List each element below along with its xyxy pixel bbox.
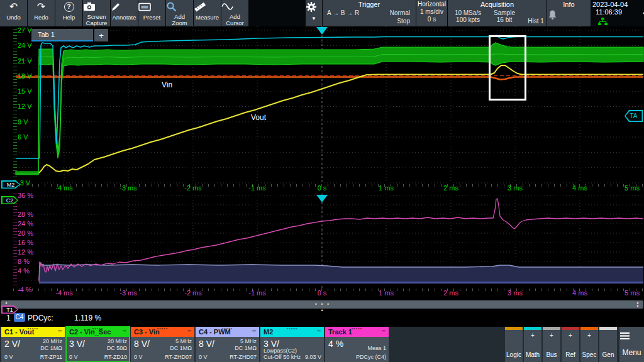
plus-icon: + <box>562 332 579 339</box>
redo-button[interactable]: ↷Redo <box>28 0 55 26</box>
add-cursor-button[interactable]: AddCursor <box>221 0 248 26</box>
channel-box-c4[interactable]: C4 - PWM•••••–8 V/5 MHzDC 1MΩ0 VRT-ZHD07 <box>196 327 259 362</box>
channel-box-m2-minimize-button[interactable]: – <box>317 327 321 334</box>
channel-box-track1[interactable]: Track 1•••••–4 %Meas 1PDCyc (C4) <box>325 327 389 362</box>
bus-button-color-stripe <box>543 327 560 330</box>
channel-box-track1-header[interactable]: Track 1•••••– <box>325 327 389 337</box>
m2-level-tag-label: M2 <box>1 180 20 189</box>
ref-button[interactable]: +Ref <box>562 327 579 362</box>
help-icon: ? <box>64 0 74 14</box>
add-zoom-button[interactable]: Add Zoom <box>166 0 193 26</box>
tab-1[interactable]: Tab 1 <box>31 29 93 41</box>
measure-button-label: Measure <box>196 14 219 21</box>
channel-box-c4-bandwidth: 5 MHz <box>240 338 257 344</box>
channel-box-c2-minimize-button[interactable]: – <box>123 327 126 334</box>
scroll-arrows-right[interactable]: ▲▼ <box>634 300 641 309</box>
plot-divider-scrollbar[interactable]: ▲▼ • • • • ▲▼ <box>1 300 643 309</box>
undo-button-label: Undo <box>6 14 21 21</box>
channel-box-c2-header[interactable]: C2 - Vin_Sec•••••– <box>66 327 130 337</box>
measure-button[interactable]: Measure <box>194 0 221 26</box>
channel-box-c1-offset: 0 V <box>4 354 13 360</box>
acquisition-panel[interactable]: Acquisition 10 MSa/s 100 kpts Sample 16 … <box>448 0 547 26</box>
channel-box-track1-minimize-button[interactable]: – <box>382 327 386 334</box>
undo-button[interactable]: ↶Undo <box>0 0 27 26</box>
channel-box-c2-probe: RT-ZD10 <box>104 354 127 360</box>
chevron-down-icon[interactable]: ▼ <box>311 16 316 21</box>
trigger-panel[interactable]: Trigger A → B → R Normal Stop <box>323 0 416 26</box>
channel-box-c1[interactable]: C1 - Vout•••••–2 V/20 MHzDC 1MΩ0 VRT-ZP1… <box>1 327 65 362</box>
oscilloscope-screen: ↶Undo↷Redo?HelpScreenCaptureAnnotatePres… <box>0 0 644 362</box>
grip-dots-icon: ••••• <box>92 326 103 331</box>
trigger-ta-tag[interactable]: TA <box>625 110 643 122</box>
x-axis-label: 2 ms <box>438 289 464 297</box>
y-axis-label: 15 V <box>18 87 32 95</box>
add-tab-button[interactable]: + <box>94 29 108 41</box>
track-waveform-plot[interactable] <box>0 194 644 288</box>
y-axis-label: 12 % <box>18 248 33 256</box>
y-axis-label: 24 V <box>18 41 32 49</box>
x-axis-label: 5 ms <box>619 289 644 297</box>
datetime-panel: 2023-04-04 11:06:39 <box>591 0 644 26</box>
measurement-source-badge[interactable]: C4 <box>14 313 25 322</box>
trigger-sequence: A → B → R <box>327 9 359 16</box>
x-axis-label: 1 ms <box>374 289 399 297</box>
acquisition-bits: 16 bit <box>487 16 522 23</box>
channel-box-c3-header[interactable]: C3 - Vin•••••– <box>131 327 194 337</box>
math-button[interactable]: +Math <box>524 327 541 362</box>
channel-box-m2[interactable]: M2•••••–3 V/Lowpass(C2)Cut-Off 50 kHz9.0… <box>260 327 324 362</box>
channel-box-c3[interactable]: C3 - Vin•••••–8 V/5 MHzDC 1MΩ0 VRT-ZHD07 <box>131 327 194 362</box>
t1-level-tag[interactable]: T1 <box>1 305 18 314</box>
x-axis-label: 4 ms <box>567 289 592 297</box>
c2-level-tag[interactable]: C2 <box>1 196 18 204</box>
y-axis-label: 36 % <box>18 192 33 199</box>
spec-button-label: Spec <box>580 351 598 358</box>
horizontal-panel[interactable]: Horizontal 1 ms/div 0 s <box>416 0 447 26</box>
info-panel[interactable]: Info <box>547 0 591 26</box>
help-button[interactable]: ?Help <box>55 0 82 26</box>
gen-button-color-stripe <box>599 327 617 330</box>
redo-button-label: Redo <box>34 14 48 21</box>
trigger-position-marker-track[interactable] <box>316 195 328 202</box>
logic-button-color-stripe <box>505 327 523 330</box>
channel-box-c3-probe: RT-ZHD07 <box>165 354 192 360</box>
c2-level-tag-label: C2 <box>1 196 18 204</box>
measurement-name: PDCyc: <box>28 314 53 322</box>
x-axis-label: -3 ms <box>116 289 141 297</box>
y-axis-label: -4 % <box>18 286 32 293</box>
trigger-position-marker-main[interactable] <box>316 27 328 35</box>
channel-box-c3-minimize-button[interactable]: – <box>187 327 191 334</box>
annotate-button[interactable]: Annotate <box>111 0 138 26</box>
menu-button[interactable]: Menu <box>619 327 644 362</box>
channel-box-c2[interactable]: C2 - Vin_Sec•••••–3 V/20 MHzDC 50Ω0 VRT-… <box>66 327 130 362</box>
preset-button-label: Preset <box>143 14 160 21</box>
ref-button-color-stripe <box>562 327 579 330</box>
gen-button[interactable]: Gen <box>599 327 617 362</box>
screen-capture-button-label: ScreenCapture <box>86 14 108 26</box>
x-axis-label: -2 ms <box>180 184 206 192</box>
screen-capture-button[interactable]: ScreenCapture <box>83 0 110 26</box>
channel-box-c3-bandwidth: 5 MHz <box>175 338 192 344</box>
channel-box-track1-coupling: Meas 1 <box>367 345 386 351</box>
logic-button[interactable]: Logic <box>505 327 523 362</box>
spec-button[interactable]: +Spec <box>580 327 598 362</box>
channel-box-c1-probe: RT-ZP11 <box>40 354 62 360</box>
main-waveform-plot[interactable] <box>0 26 644 184</box>
y-axis-label: 16 % <box>18 239 33 246</box>
channel-box-c4-header[interactable]: C4 - PWM•••••– <box>196 327 259 337</box>
x-axis-label: 3 ms <box>502 184 528 192</box>
bus-button[interactable]: +Bus <box>543 327 560 362</box>
channel-box-c4-minimize-button[interactable]: – <box>252 327 256 334</box>
time-label: 11:06:39 <box>591 8 644 16</box>
preset-button[interactable]: Preset <box>138 0 165 26</box>
m2-level-tag[interactable]: M2 <box>1 180 20 189</box>
settings-panel[interactable]: ▼ <box>306 0 322 26</box>
channel-box-c1-minimize-button[interactable]: – <box>58 327 62 334</box>
plus-icon: + <box>543 332 560 339</box>
horizontal-scale: 1 ms/div <box>416 8 447 15</box>
divider-grip-icon[interactable]: • • • • <box>313 301 333 314</box>
signal-bar: C1 - Vout•••••–2 V/20 MHzDC 1MΩ0 VRT-ZP1… <box>0 327 644 362</box>
channel-box-m2-header[interactable]: M2•••••– <box>260 327 324 337</box>
channel-box-c1-header[interactable]: C1 - Vout•••••– <box>1 327 65 337</box>
y-axis-label: 27 V <box>18 26 32 34</box>
channel-box-c2-scale: 3 V/ <box>69 339 85 349</box>
